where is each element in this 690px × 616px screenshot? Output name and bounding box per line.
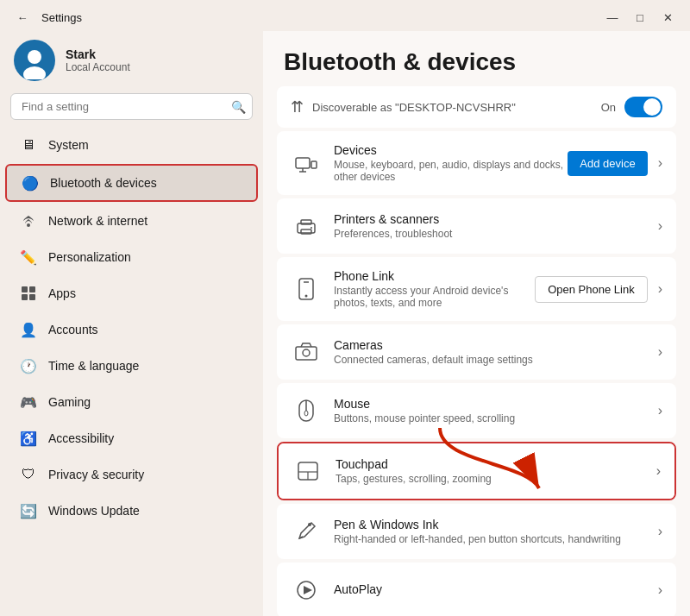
search-box: 🔍 [10,93,253,120]
mouse-desc: Buttons, mouse pointer speed, scrolling [334,412,655,424]
printers-item[interactable]: Printers & scanners Preferences, trouble… [277,198,676,254]
sidebar-item-accessibility[interactable]: ♿ Accessibility [5,421,258,456]
sidebar-item-label-network: Network & internet [48,214,147,228]
sidebar-item-personalization[interactable]: ✏️ Personalization [5,240,258,274]
cameras-text: Cameras Connected cameras, default image… [334,338,655,366]
profile-subtitle: Local Account [66,61,130,73]
touchpad-item[interactable]: Touchpad Taps, gestures, scrolling, zoom… [279,443,674,499]
svg-point-20 [303,349,310,356]
sidebar-item-accounts[interactable]: 👤 Accounts [5,312,258,347]
svg-rect-8 [296,158,310,168]
pen-chevron: › [658,524,662,539]
svg-rect-9 [311,161,317,168]
minimize-button[interactable]: — [600,7,624,28]
cameras-desc: Connected cameras, default image setting… [334,354,655,366]
phonelink-title: Phone Link [334,269,535,283]
autoplay-item[interactable]: AutoPlay › [277,563,676,616]
sidebar-item-apps[interactable]: Apps [5,276,258,311]
touchpad-title: Touchpad [336,457,653,471]
svg-rect-7 [29,294,35,300]
sidebar-item-label-apps: Apps [48,286,76,300]
sidebar-item-bluetooth[interactable]: 🔵 Bluetooth & devices [5,164,258,202]
autoplay-title: AutoPlay [334,582,655,596]
network-icon [19,211,38,230]
app-body: Stark Local Account 🔍 🖥 System 🔵 Bluetoo… [0,31,690,616]
autoplay-text: AutoPlay [334,582,655,598]
titlebar: ← Settings — □ ✕ [0,0,690,31]
search-input[interactable] [10,93,253,120]
cameras-action: › [655,344,662,360]
back-button[interactable]: ← [10,7,34,28]
pen-action: › [655,524,662,539]
devices-title: Devices [334,143,568,157]
svg-rect-6 [22,294,28,300]
sidebar-item-system[interactable]: 🖥 System [5,128,258,162]
discoverable-toggle[interactable] [624,97,662,117]
sidebar-item-label-accounts: Accounts [48,323,98,336]
search-icon: 🔍 [231,100,246,114]
sidebar-item-label-personalization: Personalization [48,250,131,264]
cameras-title: Cameras [334,338,655,352]
devices-card: Devices Mouse, keyboard, pen, audio, dis… [277,131,676,195]
phonelink-item[interactable]: Phone Link Instantly access your Android… [277,257,676,321]
printers-icon [291,211,322,242]
update-icon: 🔄 [19,501,38,520]
sidebar-item-privacy[interactable]: 🛡 Privacy & security [5,457,258,492]
discoverable-label: Discoverable as "DESKTOP-NCVSHRR" [312,101,516,114]
close-button[interactable]: ✕ [656,7,680,28]
sidebar-item-time[interactable]: 🕐 Time & language [5,349,258,383]
privacy-icon: 🛡 [19,465,38,484]
content-wrapper: Bluetooth & devices ⇈ Discoverable as "D… [263,31,690,616]
svg-point-1 [28,50,41,64]
mouse-icon [291,395,322,426]
open-phone-link-button[interactable]: Open Phone Link [535,276,647,303]
apps-icon [19,284,38,303]
printers-desc: Preferences, troubleshoot [334,228,655,240]
devices-action: Add device › [568,151,662,176]
cameras-chevron: › [658,344,662,360]
window-controls: — □ ✕ [600,7,680,28]
sidebar-item-label-time: Time & language [48,359,139,373]
autoplay-action: › [655,582,662,598]
touchpad-action: › [653,463,661,479]
gaming-icon: 🎮 [19,393,38,412]
sidebar-item-gaming[interactable]: 🎮 Gaming [5,385,258,419]
toggle-on-label: On [601,101,616,114]
svg-point-27 [308,523,311,526]
sidebar-item-update[interactable]: 🔄 Windows Update [5,493,258,528]
phonelink-action: Open Phone Link › [535,276,662,303]
svg-point-18 [305,295,308,298]
sidebar-item-label-gaming: Gaming [48,395,91,409]
system-icon: 🖥 [19,135,38,154]
sidebar-item-network[interactable]: Network & internet [5,204,258,238]
printers-text: Printers & scanners Preferences, trouble… [334,212,655,240]
devices-desc: Mouse, keyboard, pen, audio, displays an… [334,159,568,183]
mouse-chevron: › [658,403,662,418]
bluetooth-icon: 🔵 [21,173,40,192]
printers-action: › [655,218,662,234]
cameras-icon [291,336,322,368]
devices-item[interactable]: Devices Mouse, keyboard, pen, audio, dis… [277,131,676,195]
profile-section[interactable]: Stark Local Account [0,31,263,90]
app-title: Settings [41,11,82,24]
mouse-item[interactable]: Mouse Buttons, mouse pointer speed, scro… [277,383,676,438]
printers-chevron: › [658,218,662,234]
pen-item[interactable]: Pen & Windows Ink Right-handed or left-h… [277,504,676,559]
accessibility-icon: ♿ [19,429,38,448]
svg-rect-4 [22,286,28,292]
touchpad-text: Touchpad Taps, gestures, scrolling, zoom… [336,457,653,485]
sidebar-item-label-system: System [48,138,89,152]
share-icon: ⇈ [291,97,304,116]
sidebar-item-label-accessibility: Accessibility [48,431,114,445]
autoplay-icon [291,575,322,606]
maximize-button[interactable]: □ [628,7,652,28]
add-device-button[interactable]: Add device [568,151,647,176]
profile-info: Stark Local Account [66,47,130,73]
cameras-card: Cameras Connected cameras, default image… [277,324,676,380]
touchpad-card: Touchpad Taps, gestures, scrolling, zoom… [277,442,676,500]
cameras-item[interactable]: Cameras Connected cameras, default image… [277,324,676,380]
mouse-card: Mouse Buttons, mouse pointer speed, scro… [277,383,676,438]
pen-title: Pen & Windows Ink [334,518,655,531]
touchpad-chevron: › [656,463,661,479]
mouse-text: Mouse Buttons, mouse pointer speed, scro… [334,397,655,424]
